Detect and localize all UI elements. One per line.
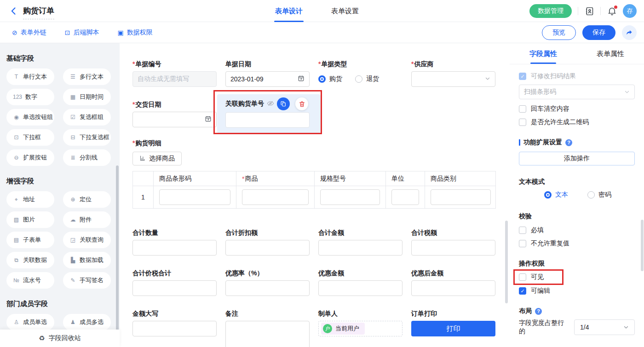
field-input[interactable] [132,280,217,296]
amount-words-input[interactable] [132,321,217,336]
checkbox-row[interactable]: 不允许重复值 [519,240,635,247]
user-avatar[interactable]: 存 [623,4,637,18]
radio-option[interactable]: 购货 [318,75,342,83]
field-delivery-date[interactable]: *交货日期 [132,101,217,127]
table-cell-input[interactable] [431,189,491,205]
sidebar-item[interactable]: ⊟下拉复选框 [63,129,111,146]
table-cell-input[interactable] [320,189,380,205]
save-button[interactable]: 保存 [582,25,615,40]
checkbox-icon[interactable]: ✓ [519,287,526,295]
sidebar-item[interactable]: ⊡下拉框 [6,129,54,146]
sidebar-item[interactable]: ▙数据加载 [63,252,111,268]
preview-button[interactable]: 预览 [542,25,576,40]
form-field[interactable]: *单据编号自动生成无需填写 [132,60,217,87]
checkbox-icon[interactable]: ✓ [519,73,526,80]
delete-field-button[interactable] [295,97,308,110]
copy-field-button[interactable] [277,97,290,110]
toolbar-link[interactable]: ⊘表单外链 [12,22,46,43]
sidebar-item[interactable]: ☰多行文本 [63,68,111,85]
checkbox-row[interactable]: 必填 [519,227,635,234]
form-field[interactable]: 合计价税合计 [132,269,217,296]
select-input[interactable] [411,71,495,87]
help-icon[interactable]: ? [565,139,572,146]
selected-field-linked-purchase-no[interactable]: 关联购货单号 [217,94,321,133]
form-field[interactable]: 优惠后金额 [411,269,495,296]
back-icon[interactable] [9,6,18,16]
print-button[interactable]: 打印 [411,321,495,336]
checkbox-row[interactable]: 是否允许生成二维码 [519,119,635,126]
panel-tab[interactable]: 字段属性 [510,43,577,64]
help-icon[interactable]: ? [535,308,542,315]
sidebar-item[interactable]: 123数字 [6,89,54,105]
date-input[interactable]: 2023-01-09 [225,71,310,87]
field-input[interactable] [132,240,217,256]
form-field[interactable]: 优惠率（%） [225,269,310,296]
toolbar-link[interactable]: ▣数据权限 [117,22,152,43]
form-field[interactable]: 单据日期2023-01-09 [225,60,310,87]
form-field[interactable]: *单据类型购货退货 [318,60,402,87]
checkbox-icon[interactable] [519,273,526,281]
checkbox-icon[interactable] [519,105,526,113]
sidebar-item[interactable]: ✎手写签名 [63,272,111,289]
checkbox-icon[interactable] [519,227,526,234]
table-cell-input[interactable] [391,189,419,205]
form-field[interactable]: 合计数量 [132,229,217,256]
field-input[interactable] [225,112,310,128]
share-button[interactable] [622,25,637,40]
date-input[interactable] [132,112,217,127]
add-operation-button[interactable]: 添加操作 [519,152,635,165]
data-manage-button[interactable]: 数据管理 [529,4,572,18]
sidebar-item[interactable]: ☑复选框组 [63,109,111,125]
table-cell-input[interactable] [159,189,230,205]
sidebar-item[interactable]: ▦日期时间 [63,89,111,105]
toolbar-link[interactable]: ⊡后端脚本 [65,22,99,43]
form-field[interactable]: 合计金额 [318,229,402,256]
form-field[interactable]: *供应商 [411,60,495,87]
sidebar-item[interactable]: ⊕定位 [63,191,111,208]
field-input[interactable] [225,240,310,256]
sidebar-item[interactable]: ◉单选按钮组 [6,109,54,125]
field-input[interactable] [411,280,495,296]
remark-textarea[interactable] [225,321,310,347]
field-input[interactable] [318,280,402,296]
sidebar-item[interactable]: ⌖地址 [6,191,54,208]
scan-mode-select[interactable]: 扫描条形码 [519,85,635,99]
panel-tab[interactable]: 表单属性 [577,43,644,64]
checkbox-icon[interactable] [519,119,526,126]
header-tab[interactable]: 表单设计 [275,0,303,22]
sidebar-item[interactable]: ♟成员多选 [63,314,111,330]
window-scrollbar[interactable] [641,220,644,271]
contacts-icon[interactable] [584,6,594,16]
sidebar-item[interactable]: ≣分割线 [63,149,111,166]
radio-option[interactable]: 密码 [587,191,611,199]
sidebar-item[interactable]: ⊖扩展按钮 [6,149,54,166]
sidebar-item[interactable]: ▧图片 [6,211,54,228]
checkbox-icon[interactable] [519,240,526,247]
creator-input[interactable]: 户 当前用户 [318,321,402,336]
field-input[interactable] [411,240,495,256]
sidebar-item[interactable]: №流水号 [6,272,54,289]
field-input[interactable] [318,240,402,256]
field-input[interactable] [225,280,310,296]
select-product-button[interactable]: 选择商品 [132,152,182,165]
radio-option[interactable]: 退货 [355,75,379,83]
field-recycle-bin[interactable]: ♻ 字段回收站 [0,330,120,347]
header-tab[interactable]: 表单设置 [331,0,359,22]
table-cell-input[interactable] [242,189,309,205]
sidebar-item[interactable]: ☁附件 [63,211,111,228]
form-field[interactable]: 合计折扣额 [225,229,310,256]
canvas-scrollbar[interactable] [505,221,508,303]
radio-option[interactable]: 文本 [544,191,568,199]
checkbox-row[interactable]: ✓可修改扫码结果 [519,73,635,80]
sidebar-scrollbar[interactable] [116,165,119,342]
field-width-select[interactable]: 1/4 [574,319,635,335]
sidebar-item[interactable]: ◲关联查询 [63,232,111,248]
form-field[interactable]: 优惠金额 [318,269,402,296]
form-field[interactable]: 合计税额 [411,229,495,256]
checkbox-row[interactable]: ✓可编辑 [519,287,635,295]
checkbox-row[interactable]: 回车清空内容 [519,105,635,113]
eye-off-icon[interactable] [267,100,274,108]
notification-bell-icon[interactable] [607,6,617,16]
sidebar-item[interactable]: T单行文本 [6,68,54,85]
checkbox-row[interactable]: 可见 [519,273,544,281]
